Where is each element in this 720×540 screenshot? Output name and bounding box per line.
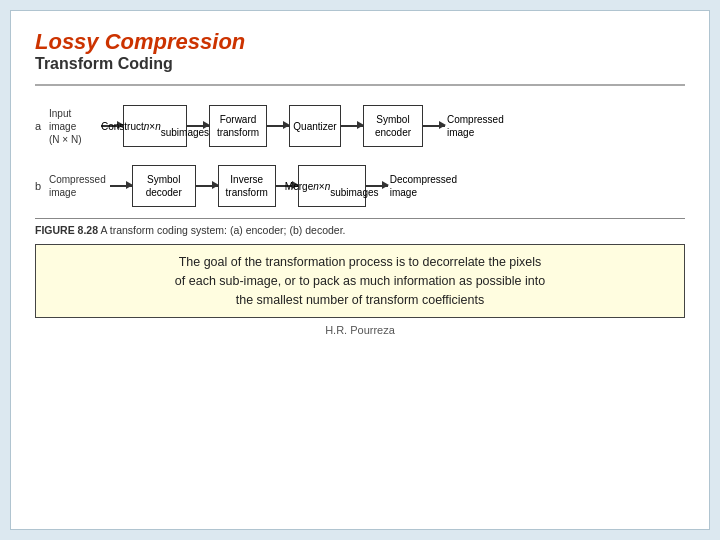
title-block: Lossy Compression Transform Coding [35,29,685,86]
figure-caption-text: A transform coding system: (a) encoder; … [100,224,345,236]
arrow-3 [267,125,289,127]
enc-compressed-label: Compressedimage [447,113,504,139]
figure-caption: FIGURE 8.28 A transform coding system: (… [35,218,685,238]
slide-title: Lossy Compression [35,29,685,55]
encoder-row: a Inputimage(N × N) Constructn × nsubima… [35,98,685,154]
dec-arrow-1 [110,185,132,187]
footer: H.R. Pourreza [35,324,685,336]
arrow-4 [341,125,363,127]
figure-number: FIGURE 8.28 [35,224,98,236]
arrow-2 [187,125,209,127]
highlight-box: The goal of the transformation process i… [35,244,685,318]
row-a-label: a [35,120,47,132]
dec-arrow-2 [196,185,218,187]
dec-box-inverse: Inversetransform [218,165,276,207]
slide-subtitle: Transform Coding [35,55,685,73]
slide: Lossy Compression Transform Coding a Inp… [10,10,710,530]
enc-box-symbol-encoder: Symbolencoder [363,105,423,147]
decoder-row: b Compressedimage Symboldecoder Inverset… [35,158,685,214]
encoder-input-label: Inputimage(N × N) [49,107,97,146]
enc-box-quantizer: Quantizer [289,105,341,147]
enc-box-forward: Forwardtransform [209,105,267,147]
decoder-input-label: Compressedimage [49,173,106,199]
highlight-text: The goal of the transformation process i… [175,255,545,307]
dec-box-merge: Mergen × nsubimages [298,165,366,207]
arrow-5 [423,125,445,127]
dec-box-symbol-decoder: Symboldecoder [132,165,196,207]
row-b-label: b [35,180,47,192]
dec-decompressed-label: Decompressedimage [390,173,457,199]
enc-box-construct: Constructn × nsubimages [123,105,187,147]
dec-arrow-4 [366,185,388,187]
diagram-section: a Inputimage(N × N) Constructn × nsubima… [35,98,685,214]
